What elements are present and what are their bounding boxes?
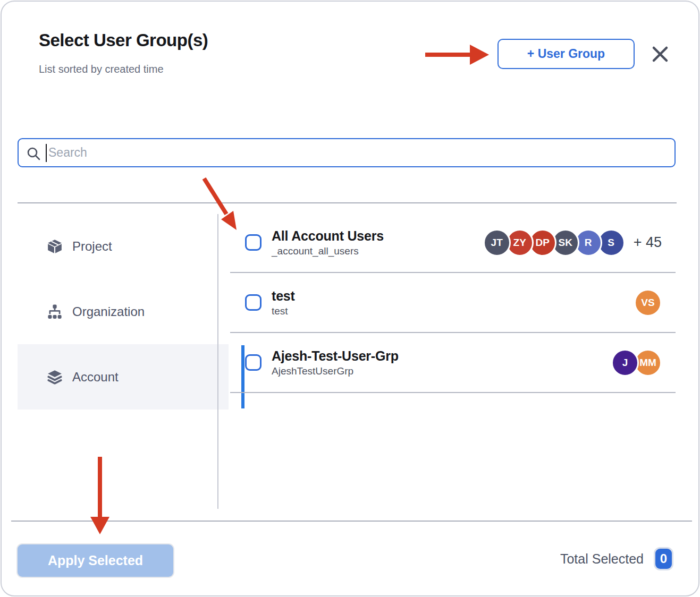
- group-name: test: [272, 288, 295, 304]
- sidebar-item-organization[interactable]: Organization: [18, 279, 213, 344]
- group-id: test: [272, 305, 295, 317]
- add-user-group-button[interactable]: + User Group: [497, 39, 635, 69]
- search-icon: [26, 146, 41, 163]
- total-selected-count-badge: 0: [655, 549, 672, 569]
- sidebar-item-project[interactable]: Project: [18, 214, 213, 279]
- layers-icon: [47, 369, 63, 385]
- close-button[interactable]: [650, 44, 670, 64]
- avatar-overflow-count: + 45: [634, 234, 662, 251]
- group-id: AjeshTestUserGrp: [272, 365, 399, 377]
- group-row: test test VS: [230, 273, 676, 333]
- modal-title: Select User Group(s): [39, 30, 208, 50]
- apply-selected-button[interactable]: Apply Selected: [18, 544, 173, 577]
- group-row: All Account Users _account_all_users JTZ…: [230, 213, 676, 273]
- close-icon: [650, 44, 670, 64]
- group-row: Ajesh-Test-User-Grp AjeshTestUserGrp JMM: [230, 333, 676, 393]
- avatar: J: [611, 349, 639, 377]
- sidebar-divider: [217, 214, 218, 509]
- group-checkbox[interactable]: [245, 354, 262, 371]
- group-text: test test: [272, 288, 295, 317]
- group-checkbox[interactable]: [245, 234, 262, 251]
- sidebar-item-label: Project: [72, 239, 112, 254]
- sidebar-item-account[interactable]: Account: [18, 344, 229, 410]
- cube-icon: [47, 238, 63, 254]
- total-selected-label: Total Selected: [560, 551, 644, 567]
- header-divider: [18, 202, 677, 203]
- avatar-stack: JMM: [611, 349, 662, 377]
- select-user-group-modal: Select User Group(s) List sorted by crea…: [1, 1, 699, 596]
- group-name: Ajesh-Test-User-Grp: [272, 348, 399, 364]
- footer-divider: [11, 521, 692, 522]
- avatar-stack: JTZYDPSKRS: [483, 229, 625, 257]
- group-name: All Account Users: [272, 228, 384, 244]
- org-chart-icon: [47, 304, 63, 320]
- group-text: All Account Users _account_all_users: [272, 228, 384, 257]
- modal-subtitle: List sorted by created time: [39, 63, 164, 75]
- sidebar: Project Organization: [18, 214, 213, 410]
- avatar-stack: VS: [634, 289, 662, 317]
- sidebar-item-label: Account: [72, 370, 119, 385]
- search-input[interactable]: [48, 140, 670, 165]
- group-list: All Account Users _account_all_users JTZ…: [230, 213, 676, 393]
- total-selected: Total Selected 0: [560, 549, 672, 569]
- group-checkbox[interactable]: [245, 294, 262, 311]
- group-text: Ajesh-Test-User-Grp AjeshTestUserGrp: [272, 348, 399, 377]
- text-caret: [46, 144, 47, 162]
- search-box: [18, 138, 676, 167]
- avatar: JT: [483, 229, 511, 257]
- sidebar-item-label: Organization: [72, 304, 145, 319]
- group-id: _account_all_users: [272, 245, 384, 257]
- avatar: VS: [634, 289, 662, 317]
